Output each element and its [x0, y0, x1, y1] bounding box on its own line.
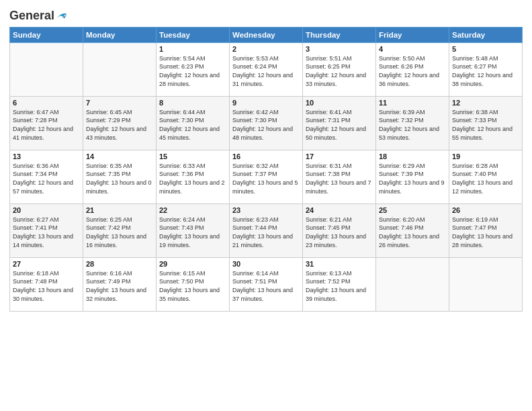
day-number: 8: [159, 99, 226, 107]
day-number: 21: [86, 206, 153, 214]
calendar-cell: 4Sunrise: 5:50 AMSunset: 6:26 PMDaylight…: [376, 42, 449, 96]
day-number: 23: [232, 206, 300, 214]
day-info: Sunrise: 6:33 AMSunset: 7:36 PMDaylight:…: [159, 162, 226, 195]
day-info: Sunrise: 6:14 AMSunset: 7:51 PMDaylight:…: [232, 269, 300, 303]
day-number: 4: [379, 45, 446, 53]
day-number: 1: [159, 45, 226, 53]
day-number: 27: [13, 260, 80, 268]
calendar-cell: 28Sunrise: 6:16 AMSunset: 7:49 PMDayligh…: [83, 257, 157, 311]
header-row: SundayMondayTuesdayWednesdayThursdayFrid…: [10, 27, 523, 42]
day-info: Sunrise: 5:50 AMSunset: 6:26 PMDaylight:…: [379, 54, 446, 88]
calendar-cell: 6Sunrise: 6:47 AMSunset: 7:28 PMDaylight…: [10, 96, 83, 150]
calendar-cell: 3Sunrise: 5:51 AMSunset: 6:25 PMDaylight…: [303, 42, 376, 96]
day-info: Sunrise: 5:51 AMSunset: 6:25 PMDaylight:…: [306, 54, 373, 88]
calendar-cell: 23Sunrise: 6:23 AMSunset: 7:44 PMDayligh…: [230, 203, 303, 257]
week-row-1: 1Sunrise: 5:54 AMSunset: 6:23 PMDaylight…: [10, 42, 523, 96]
week-row-3: 13Sunrise: 6:36 AMSunset: 7:34 PMDayligh…: [10, 150, 523, 203]
day-number: 11: [379, 99, 446, 107]
day-number: 18: [379, 152, 446, 161]
day-number: 5: [452, 45, 519, 53]
day-number: 2: [232, 45, 300, 53]
day-info: Sunrise: 6:18 AMSunset: 7:48 PMDaylight:…: [13, 269, 80, 303]
calendar-cell: 21Sunrise: 6:25 AMSunset: 7:42 PMDayligh…: [83, 203, 157, 257]
day-number: 28: [86, 260, 153, 268]
day-number: 7: [86, 99, 153, 107]
day-info: Sunrise: 5:54 AMSunset: 6:23 PMDaylight:…: [159, 54, 226, 88]
day-number: 12: [452, 99, 519, 107]
calendar-cell: 8Sunrise: 6:44 AMSunset: 7:30 PMDaylight…: [157, 96, 230, 150]
day-info: Sunrise: 6:20 AMSunset: 7:46 PMDaylight:…: [379, 216, 446, 249]
day-info: Sunrise: 6:13 AMSunset: 7:52 PMDaylight:…: [306, 269, 373, 303]
calendar-cell: 25Sunrise: 6:20 AMSunset: 7:46 PMDayligh…: [376, 203, 449, 257]
day-info: Sunrise: 6:45 AMSunset: 7:29 PMDaylight:…: [86, 108, 153, 142]
logo-bird-icon: [56, 10, 68, 22]
calendar-cell: 18Sunrise: 6:29 AMSunset: 7:39 PMDayligh…: [376, 150, 449, 203]
day-info: Sunrise: 6:29 AMSunset: 7:39 PMDaylight:…: [379, 162, 446, 195]
day-info: Sunrise: 6:28 AMSunset: 7:40 PMDaylight:…: [452, 162, 519, 195]
day-number: 6: [13, 99, 80, 107]
week-row-4: 20Sunrise: 6:27 AMSunset: 7:41 PMDayligh…: [10, 203, 523, 257]
calendar-cell: 5Sunrise: 5:48 AMSunset: 6:27 PMDaylight…: [449, 42, 523, 96]
calendar-page: General SundayMondayTuesdayWednesdayThur…: [0, 0, 532, 411]
calendar-cell: 13Sunrise: 6:36 AMSunset: 7:34 PMDayligh…: [10, 150, 83, 203]
day-info: Sunrise: 6:15 AMSunset: 7:50 PMDaylight:…: [159, 269, 226, 303]
calendar-cell: 31Sunrise: 6:13 AMSunset: 7:52 PMDayligh…: [303, 257, 376, 311]
logo: General: [9, 9, 68, 23]
day-number: 17: [306, 152, 373, 161]
day-info: Sunrise: 6:23 AMSunset: 7:44 PMDaylight:…: [232, 216, 300, 249]
week-row-5: 27Sunrise: 6:18 AMSunset: 7:48 PMDayligh…: [10, 257, 523, 311]
day-info: Sunrise: 6:24 AMSunset: 7:43 PMDaylight:…: [159, 216, 226, 249]
calendar-cell: [376, 257, 449, 311]
day-info: Sunrise: 6:44 AMSunset: 7:30 PMDaylight:…: [159, 108, 226, 142]
day-number: 29: [159, 260, 226, 268]
day-number: 15: [159, 152, 226, 161]
day-number: 13: [13, 152, 80, 161]
calendar-cell: 10Sunrise: 6:41 AMSunset: 7:31 PMDayligh…: [303, 96, 376, 150]
calendar-cell: 19Sunrise: 6:28 AMSunset: 7:40 PMDayligh…: [449, 150, 523, 203]
day-info: Sunrise: 6:35 AMSunset: 7:35 PMDaylight:…: [86, 162, 153, 195]
calendar-cell: 20Sunrise: 6:27 AMSunset: 7:41 PMDayligh…: [10, 203, 83, 257]
col-header-monday: Monday: [83, 27, 157, 42]
col-header-saturday: Saturday: [449, 27, 523, 42]
calendar-cell: 22Sunrise: 6:24 AMSunset: 7:43 PMDayligh…: [157, 203, 230, 257]
day-info: Sunrise: 5:48 AMSunset: 6:27 PMDaylight:…: [452, 54, 519, 88]
logo-text-general: General: [9, 9, 54, 23]
calendar-cell: 17Sunrise: 6:31 AMSunset: 7:38 PMDayligh…: [303, 150, 376, 203]
day-number: 9: [232, 99, 300, 107]
calendar-cell: [10, 42, 83, 96]
calendar-cell: 24Sunrise: 6:21 AMSunset: 7:45 PMDayligh…: [303, 203, 376, 257]
calendar-cell: 15Sunrise: 6:33 AMSunset: 7:36 PMDayligh…: [157, 150, 230, 203]
day-number: 25: [379, 206, 446, 214]
calendar-cell: 7Sunrise: 6:45 AMSunset: 7:29 PMDaylight…: [83, 96, 157, 150]
day-info: Sunrise: 6:27 AMSunset: 7:41 PMDaylight:…: [13, 216, 80, 249]
calendar-cell: 12Sunrise: 6:38 AMSunset: 7:33 PMDayligh…: [449, 96, 523, 150]
day-number: 30: [232, 260, 300, 268]
calendar-cell: 27Sunrise: 6:18 AMSunset: 7:48 PMDayligh…: [10, 257, 83, 311]
calendar-cell: [449, 257, 523, 311]
day-info: Sunrise: 6:19 AMSunset: 7:47 PMDaylight:…: [452, 216, 519, 249]
day-info: Sunrise: 6:32 AMSunset: 7:37 PMDaylight:…: [232, 162, 300, 195]
col-header-wednesday: Wednesday: [230, 27, 303, 42]
header: General: [9, 7, 523, 23]
day-number: 24: [306, 206, 373, 214]
day-info: Sunrise: 6:31 AMSunset: 7:38 PMDaylight:…: [306, 162, 373, 195]
col-header-tuesday: Tuesday: [157, 27, 230, 42]
day-number: 26: [452, 206, 519, 214]
day-number: 20: [13, 206, 80, 214]
col-header-thursday: Thursday: [303, 27, 376, 42]
calendar-cell: [83, 42, 157, 96]
calendar-cell: 16Sunrise: 6:32 AMSunset: 7:37 PMDayligh…: [230, 150, 303, 203]
day-number: 3: [306, 45, 373, 53]
day-number: 10: [306, 99, 373, 107]
day-info: Sunrise: 6:16 AMSunset: 7:49 PMDaylight:…: [86, 269, 153, 303]
calendar-cell: 2Sunrise: 5:53 AMSunset: 6:24 PMDaylight…: [230, 42, 303, 96]
day-info: Sunrise: 6:47 AMSunset: 7:28 PMDaylight:…: [13, 108, 80, 142]
day-number: 22: [159, 206, 226, 214]
day-info: Sunrise: 6:42 AMSunset: 7:30 PMDaylight:…: [232, 108, 300, 142]
day-info: Sunrise: 6:38 AMSunset: 7:33 PMDaylight:…: [452, 108, 519, 142]
day-number: 16: [232, 152, 300, 161]
week-row-2: 6Sunrise: 6:47 AMSunset: 7:28 PMDaylight…: [10, 96, 523, 150]
calendar-cell: 26Sunrise: 6:19 AMSunset: 7:47 PMDayligh…: [449, 203, 523, 257]
day-number: 31: [306, 260, 373, 268]
calendar-cell: 9Sunrise: 6:42 AMSunset: 7:30 PMDaylight…: [230, 96, 303, 150]
